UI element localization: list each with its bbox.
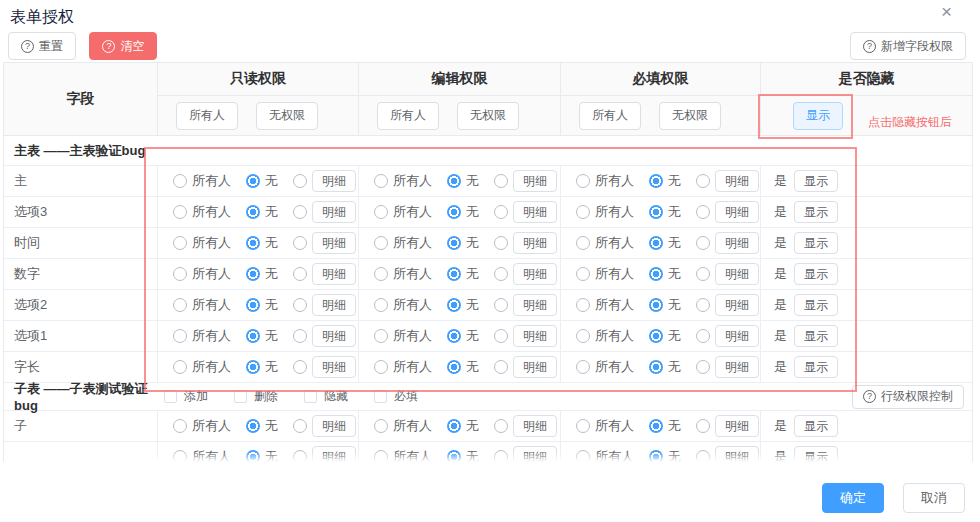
detail-button[interactable]: 明细 — [513, 294, 557, 316]
radio-all-circle-icon[interactable] — [576, 329, 590, 343]
radio-detail-circle-icon[interactable] — [494, 205, 508, 219]
radio-all[interactable]: 所有人 — [576, 327, 634, 345]
subtable-checkbox-必填[interactable]: 必填 — [374, 388, 418, 405]
detail-button[interactable]: 明细 — [312, 446, 356, 462]
radio-detail[interactable]: 明细 — [293, 232, 356, 254]
radio-all[interactable]: 所有人 — [374, 172, 432, 190]
radio-detail[interactable]: 明细 — [494, 232, 557, 254]
clear-button[interactable]: ? 清空 — [89, 32, 157, 60]
radio-all-circle-icon[interactable] — [173, 419, 187, 433]
radio-all-circle-icon[interactable] — [576, 419, 590, 433]
radio-detail-circle-icon[interactable] — [494, 174, 508, 188]
radio-detail[interactable]: 明细 — [494, 294, 557, 316]
detail-button[interactable]: 明细 — [715, 446, 759, 462]
radio-detail-circle-icon[interactable] — [696, 236, 710, 250]
detail-button[interactable]: 明细 — [513, 325, 557, 347]
radio-detail[interactable]: 明细 — [696, 263, 759, 285]
radio-detail[interactable]: 明细 — [696, 325, 759, 347]
radio-none-circle-icon[interactable] — [447, 267, 461, 281]
radio-none[interactable]: 无 — [447, 234, 479, 252]
detail-button[interactable]: 明细 — [715, 263, 759, 285]
radio-all[interactable]: 所有人 — [576, 448, 634, 462]
radio-all[interactable]: 所有人 — [576, 203, 634, 221]
radio-all[interactable]: 所有人 — [576, 358, 634, 376]
detail-button[interactable]: 明细 — [312, 170, 356, 192]
radio-none[interactable]: 无 — [649, 234, 681, 252]
radio-all[interactable]: 所有人 — [374, 448, 432, 462]
radio-none-circle-icon[interactable] — [447, 205, 461, 219]
radio-detail[interactable]: 明细 — [293, 201, 356, 223]
radio-detail[interactable]: 明细 — [494, 263, 557, 285]
radio-detail-circle-icon[interactable] — [494, 419, 508, 433]
radio-none[interactable]: 无 — [246, 417, 278, 435]
radio-detail-circle-icon[interactable] — [494, 267, 508, 281]
radio-none[interactable]: 无 — [246, 358, 278, 376]
radio-detail[interactable]: 明细 — [696, 356, 759, 378]
radio-none[interactable]: 无 — [447, 327, 479, 345]
radio-none[interactable]: 无 — [447, 417, 479, 435]
radio-none[interactable]: 无 — [649, 265, 681, 283]
radio-none[interactable]: 无 — [447, 358, 479, 376]
radio-all-circle-icon[interactable] — [576, 360, 590, 374]
radio-detail-circle-icon[interactable] — [293, 267, 307, 281]
radio-all-circle-icon[interactable] — [374, 267, 388, 281]
radio-all-circle-icon[interactable] — [576, 174, 590, 188]
radio-none[interactable]: 无 — [246, 296, 278, 314]
detail-button[interactable]: 明细 — [715, 325, 759, 347]
radio-detail[interactable]: 明细 — [293, 446, 356, 462]
cancel-button[interactable]: 取消 — [903, 483, 965, 513]
radio-detail[interactable]: 明细 — [696, 446, 759, 462]
radio-all-circle-icon[interactable] — [374, 205, 388, 219]
radio-all-circle-icon[interactable] — [374, 236, 388, 250]
radio-all-circle-icon[interactable] — [576, 450, 590, 462]
radio-detail[interactable]: 明细 — [494, 356, 557, 378]
radio-none-circle-icon[interactable] — [246, 298, 260, 312]
radio-none-circle-icon[interactable] — [447, 329, 461, 343]
row-show-button[interactable]: 显示 — [794, 201, 838, 223]
radio-detail[interactable]: 明细 — [494, 201, 557, 223]
radio-none[interactable]: 无 — [649, 358, 681, 376]
radio-none-circle-icon[interactable] — [649, 450, 663, 462]
radio-detail-circle-icon[interactable] — [293, 236, 307, 250]
detail-button[interactable]: 明细 — [312, 415, 356, 437]
radio-all[interactable]: 所有人 — [576, 265, 634, 283]
radio-none-circle-icon[interactable] — [447, 419, 461, 433]
detail-button[interactable]: 明细 — [513, 201, 557, 223]
radio-all[interactable]: 所有人 — [374, 327, 432, 345]
show-toggle-button[interactable]: 显示 — [793, 102, 843, 130]
radio-detail[interactable]: 明细 — [293, 415, 356, 437]
radio-all-circle-icon[interactable] — [173, 360, 187, 374]
row-show-button[interactable]: 显示 — [794, 415, 838, 437]
radio-none-circle-icon[interactable] — [447, 236, 461, 250]
checkbox-icon[interactable] — [374, 390, 387, 403]
radio-all-circle-icon[interactable] — [173, 205, 187, 219]
radio-all[interactable]: 所有人 — [173, 448, 231, 462]
radio-detail[interactable]: 明细 — [293, 263, 356, 285]
detail-button[interactable]: 明细 — [312, 325, 356, 347]
detail-button[interactable]: 明细 — [513, 356, 557, 378]
radio-none-circle-icon[interactable] — [649, 298, 663, 312]
radio-all-circle-icon[interactable] — [173, 267, 187, 281]
detail-button[interactable]: 明细 — [513, 232, 557, 254]
radio-none-circle-icon[interactable] — [649, 174, 663, 188]
radio-detail-circle-icon[interactable] — [696, 267, 710, 281]
radio-all[interactable]: 所有人 — [173, 296, 231, 314]
radio-none[interactable]: 无 — [649, 296, 681, 314]
radio-detail-circle-icon[interactable] — [696, 329, 710, 343]
radio-none-circle-icon[interactable] — [246, 205, 260, 219]
subtable-checkbox-隐藏[interactable]: 隐藏 — [304, 388, 348, 405]
radio-all[interactable]: 所有人 — [173, 265, 231, 283]
radio-detail-circle-icon[interactable] — [494, 236, 508, 250]
radio-all[interactable]: 所有人 — [173, 327, 231, 345]
radio-none-circle-icon[interactable] — [447, 298, 461, 312]
radio-none-circle-icon[interactable] — [447, 174, 461, 188]
radio-none[interactable]: 无 — [246, 172, 278, 190]
radio-detail-circle-icon[interactable] — [293, 329, 307, 343]
radio-all-circle-icon[interactable] — [374, 174, 388, 188]
radio-none[interactable]: 无 — [649, 417, 681, 435]
radio-all-circle-icon[interactable] — [173, 329, 187, 343]
radio-detail-circle-icon[interactable] — [696, 360, 710, 374]
radio-none-circle-icon[interactable] — [649, 419, 663, 433]
detail-button[interactable]: 明细 — [513, 415, 557, 437]
checkbox-icon[interactable] — [164, 390, 177, 403]
